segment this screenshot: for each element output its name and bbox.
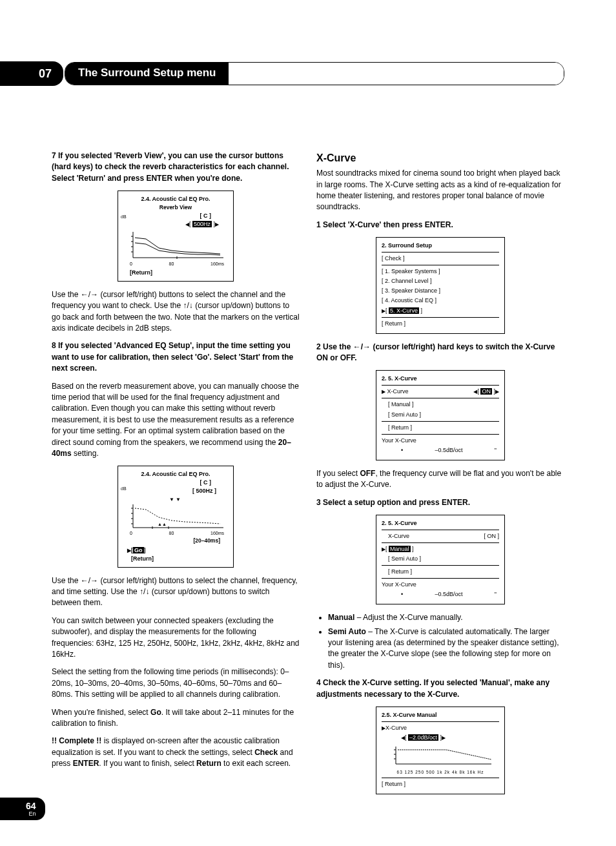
- y-axis-label: dB: [121, 486, 127, 492]
- your-xcurve-label: Your X-Curve: [382, 437, 499, 445]
- tick-80: 80: [169, 261, 174, 267]
- return-row: [ Return ]: [382, 780, 499, 789]
- label: X-Curve: [385, 725, 407, 731]
- paragraph-time-periods: Select the setting from the following ti…: [52, 666, 300, 700]
- time-range: [20–40ms]: [123, 537, 228, 544]
- go-button: Go: [133, 547, 144, 553]
- text: 2 Use the: [316, 342, 353, 351]
- step-4-heading: 4 Check the X-Curve setting. If you sele…: [316, 677, 564, 700]
- left-right-arrows-icon: ←/→: [81, 290, 98, 299]
- right-column: X-Curve Most soundtracks mixed for cinem…: [316, 150, 564, 801]
- step-2-heading: 2 Use the ←/→ (cursor left/right) hard k…: [316, 342, 564, 364]
- screen-reverb-view: 2.4. Acoustic Cal EQ Pro. Reverb View [ …: [118, 191, 234, 282]
- screen-title: 2.4. Acoustic Cal EQ Pro.: [123, 195, 228, 203]
- channel-label: [ C ]: [123, 212, 228, 220]
- menu-item-1: [ 1. Speaker Systems ]: [382, 267, 499, 276]
- label: X-Curve: [388, 532, 409, 541]
- return-row: [ Return ]: [382, 320, 499, 328]
- x-axis-ticks: 0 80 160ms: [123, 530, 228, 537]
- option-name: Manual: [328, 613, 354, 622]
- text: Based on the reverb measurement above, y…: [52, 382, 299, 447]
- tick-160: 160ms: [210, 530, 224, 537]
- paragraph-off: If you select OFF, the frequency curve w…: [316, 468, 564, 491]
- left-right-arrows-icon: ←/→: [353, 342, 371, 351]
- bracket: ]: [419, 307, 422, 314]
- return-label: [Return]: [123, 269, 228, 277]
- screen-title: 2. Surround Setup: [382, 242, 499, 250]
- menu-item-4: [ 4. Acoustic Cal EQ ]: [382, 296, 499, 305]
- menu-item-2: [ 2. Channel Level ]: [382, 277, 499, 285]
- screen-subtitle: Reverb View: [123, 203, 228, 211]
- reverb-graph: [123, 229, 227, 261]
- step-3-heading: 3 Select a setup option and press ENTER.: [316, 497, 564, 508]
- screen-surround-setup: 2. Surround Setup [ Check ] [ 1. Speaker…: [376, 237, 505, 333]
- tick-160: 160ms: [210, 261, 224, 267]
- content-columns: 7 If you selected 'Reverb View', you can…: [52, 150, 564, 801]
- y-axis-label: dB: [121, 214, 127, 220]
- menu-item-3: [ 3. Speaker Distance ]: [382, 287, 499, 295]
- step-1-heading: 1 Select 'X-Curve' then press ENTER.: [316, 220, 564, 231]
- up-down-arrows-icon: ↑/↓: [139, 587, 149, 596]
- list-item-semi-auto: Semi Auto – The X-Curve is calculated au…: [328, 626, 564, 672]
- x-axis-ticks: 0 80 160ms: [123, 261, 228, 267]
- freq-selector: ◀[ 500Hz ]▶: [123, 220, 228, 229]
- go-label: Go: [150, 708, 161, 717]
- left-arrow-icon: ◀: [401, 735, 405, 741]
- off-label: OFF: [360, 469, 375, 478]
- paragraph-cursor-1: Use the ←/→ (cursor left/right) buttons …: [52, 289, 300, 335]
- go-row: ▶[Go]: [123, 546, 228, 555]
- cursor-icon: ▶: [382, 546, 385, 552]
- manual-row: ▶[ Manual ]: [382, 545, 499, 553]
- text: to exit each screen.: [221, 759, 291, 768]
- bullet-icon: •: [401, 590, 403, 599]
- curve-graph: [382, 743, 498, 769]
- menu-item-5: ▶[ 5. X-Curve ]: [382, 307, 499, 315]
- return-row: [ Return ]: [382, 424, 499, 432]
- option-name: Semi Auto: [328, 627, 366, 636]
- svg-text:▲▲: ▲▲: [158, 522, 167, 526]
- option-desc: – Adjust the X-Curve manually.: [354, 613, 462, 622]
- value-selector: ◀[ –2.0dB/oct ]▶: [382, 734, 499, 742]
- freq-label: [ 500Hz ]: [123, 487, 228, 495]
- text: When you're finished, select: [52, 708, 150, 717]
- check-label: Check: [254, 748, 278, 757]
- on-selector: ◀[ ON ]▶: [473, 387, 499, 396]
- page-number: 64: [26, 801, 36, 811]
- paragraph-advanced-eq: Based on the reverb measurement above, y…: [52, 381, 300, 460]
- return-row: [ Return ]: [382, 568, 499, 576]
- right-arrow-icon: ▶: [495, 389, 499, 395]
- your-xcurve-label: Your X-Curve: [382, 581, 499, 589]
- x-curve-intro: Most soundtracks mixed for cinema sound …: [316, 168, 564, 213]
- complete-label: !! Complete !!: [52, 736, 101, 745]
- step-8-heading: 8 If you selected 'Advanced EQ Setup', i…: [52, 340, 300, 374]
- screen-title: 2.5. X-Curve Manual: [382, 711, 499, 719]
- value: –0.5dB/oct: [435, 446, 462, 455]
- paragraph-complete: !! Complete !! is displayed on-screen af…: [52, 736, 300, 769]
- paragraph-go: When you're finished, select Go. It will…: [52, 707, 300, 730]
- chapter-header: 07 The Surround Setup menu: [0, 61, 564, 86]
- right-arrow-icon: ▶: [442, 735, 446, 741]
- row-label: ▶ X-Curve: [382, 387, 409, 396]
- quote-mark: ": [495, 446, 497, 455]
- return-label: [Return]: [123, 555, 228, 563]
- screen-xcurve-manual: 2.5. X-Curve Manual ▶X-Curve ◀[ –2.0dB/o…: [376, 707, 505, 794]
- your-xcurve-value-row: • –0.5dB/oct ": [382, 446, 499, 455]
- text: . If you want to finish, select: [99, 759, 196, 768]
- left-arrow-icon: ◀: [473, 389, 477, 395]
- freq-value: 500Hz: [192, 221, 212, 227]
- screen-xcurve-manual-select: 2. 5. X-Curve X-Curve [ ON ] ▶[ Manual ]…: [376, 515, 505, 604]
- screen-xcurve-on: 2. 5. X-Curve ▶ X-Curve ◀[ ON ]▶ [ Manua…: [376, 370, 505, 460]
- xcurve-row: ▶ X-Curve ◀[ ON ]▶: [382, 387, 499, 396]
- text: If you select: [316, 469, 360, 478]
- cursor-icon: ▶: [382, 389, 385, 395]
- semi-auto-row: [ Semi Auto ]: [382, 411, 499, 419]
- x-curve-highlighted: 5. X-Curve: [389, 307, 419, 314]
- right-arrow-icon: ▶: [215, 222, 219, 227]
- list-item-manual: Manual – Adjust the X-Curve manually.: [328, 612, 564, 623]
- text: setting.: [72, 449, 99, 458]
- manual-highlighted: Manual: [389, 546, 411, 552]
- enter-label: ENTER: [73, 759, 99, 768]
- options-list: Manual – Adjust the X-Curve manually. Se…: [316, 612, 564, 671]
- page: 07 The Surround Setup menu 7 If you sele…: [0, 0, 616, 846]
- left-right-arrows-icon: ←/→: [81, 576, 98, 585]
